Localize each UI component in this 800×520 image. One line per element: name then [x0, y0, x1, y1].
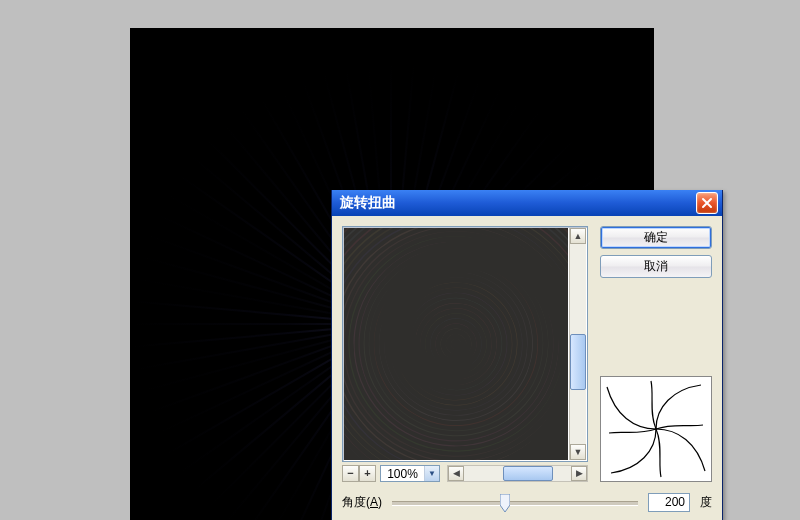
chevron-down-icon: ▼ — [424, 466, 439, 481]
close-button[interactable] — [696, 192, 718, 214]
angle-unit: 度 — [700, 494, 712, 511]
scroll-thumb[interactable] — [503, 466, 553, 481]
angle-label: 角度(A) — [342, 494, 382, 511]
preview-horizontal-scrollbar[interactable]: ◀ ▶ — [447, 465, 588, 482]
dialog-titlebar[interactable]: 旋转扭曲 — [332, 190, 722, 216]
scroll-down-button[interactable]: ▼ — [570, 444, 586, 460]
zoom-out-button[interactable]: − — [342, 465, 359, 482]
scroll-left-button[interactable]: ◀ — [448, 466, 464, 481]
slider-thumb[interactable] — [500, 494, 510, 512]
effect-schematic — [600, 376, 712, 482]
angle-slider[interactable] — [392, 492, 638, 512]
scroll-track[interactable] — [570, 244, 586, 444]
dialog-title: 旋转扭曲 — [340, 194, 696, 212]
filter-preview[interactable]: ▲ ▼ — [342, 226, 588, 462]
scroll-thumb[interactable] — [570, 334, 586, 390]
scroll-right-button[interactable]: ▶ — [571, 466, 587, 481]
cancel-button[interactable]: 取消 — [600, 255, 712, 278]
scroll-up-button[interactable]: ▲ — [570, 228, 586, 244]
twirl-filter-dialog: 旋转扭曲 ▲ ▼ − + 100% — [331, 190, 723, 520]
close-icon — [701, 197, 713, 209]
scroll-track[interactable] — [464, 466, 571, 481]
ok-button[interactable]: 确定 — [600, 226, 712, 249]
angle-input[interactable] — [648, 493, 690, 512]
zoom-in-button[interactable]: + — [359, 465, 376, 482]
preview-vertical-scrollbar[interactable]: ▲ ▼ — [569, 228, 586, 460]
zoom-level-select[interactable]: 100% ▼ — [380, 465, 440, 482]
zoom-level-value: 100% — [381, 467, 424, 481]
